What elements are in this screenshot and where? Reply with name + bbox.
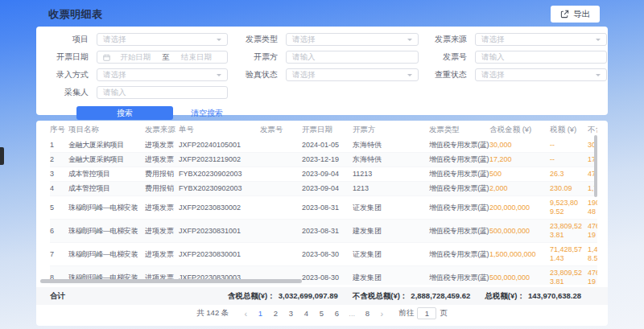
table-cell: 金融大厦采购项目 bbox=[68, 153, 145, 167]
table-cell: 4 bbox=[50, 182, 68, 196]
table-cell: 2023-08-31 bbox=[302, 196, 353, 220]
table-cell: 增值税专用发票(蓝) bbox=[429, 167, 489, 182]
table-cell: 进项发票 bbox=[145, 196, 179, 220]
filter-label-invoice-type: 发票类型 bbox=[236, 34, 278, 45]
table-cell: 费用报销 bbox=[145, 182, 179, 196]
invoice-source-select[interactable]: 请选择 bbox=[475, 33, 607, 46]
table-cell: 2023-08-30 bbox=[302, 243, 353, 266]
chevron-down-icon bbox=[596, 74, 601, 79]
table-row[interactable]: 4成本管控项目费用报销FYBX202309020032023-09-041213… bbox=[50, 182, 597, 196]
page-number[interactable]: 2 bbox=[270, 309, 281, 318]
table-cell: 成本管控项目 bbox=[68, 182, 145, 196]
table-cell: 26.3 bbox=[550, 167, 588, 182]
table-cell: 71,428,571.43 bbox=[550, 243, 588, 266]
table-cell bbox=[260, 220, 302, 243]
table-cell: 500,000,000 bbox=[489, 266, 550, 286]
page-number[interactable]: 8 bbox=[361, 309, 373, 318]
table-scroll-area: 序号 项目名称 发票来源 单号 发票号 开票日期 开票方 发票类型 含税金额 (… bbox=[36, 121, 597, 285]
table-cell: JXFP20231219002 bbox=[179, 153, 260, 167]
table-cell: 东海特供 bbox=[353, 138, 429, 153]
table-row[interactable]: 2金融大厦采购项目进项发票JXFP202312190022023-12-19东海… bbox=[50, 153, 597, 167]
collector-input[interactable]: 请输入 bbox=[97, 86, 228, 99]
dup-check-status-select[interactable]: 请选择 bbox=[475, 68, 607, 81]
sidebar-collapse-handle[interactable] bbox=[0, 147, 4, 165]
table-cell: 190,476,190.48 bbox=[588, 196, 597, 220]
table-row[interactable]: 3成本管控项目费用报销FYBX202309020032023-09-041121… bbox=[50, 167, 597, 182]
table-cell: 增值税专用发票(蓝) bbox=[429, 266, 489, 286]
table-cell: 珠穆朗玛峰—电梯安装 bbox=[68, 243, 145, 266]
topbar: 收票明细表 导出 bbox=[48, 6, 600, 23]
table-cell: 2023-12-19 bbox=[302, 153, 353, 167]
table-cell: 金融大厦采购项目 bbox=[68, 138, 145, 153]
table-cell: 1213 bbox=[353, 182, 429, 196]
filter-panel: 项目 请选择 发票类型 请选择 发票来源 请选择 开票日期 开始日期 至 结束日… bbox=[36, 27, 608, 115]
table-cell: 增值税专用发票(蓝) bbox=[429, 182, 489, 196]
total-count: 共 142 条 bbox=[196, 308, 229, 319]
table-cell bbox=[260, 182, 302, 196]
table-cell: 1,500,000,000 bbox=[489, 243, 550, 266]
table-cell: 进项发票 bbox=[145, 153, 179, 167]
goto-page-input[interactable] bbox=[417, 307, 436, 319]
next-page-button[interactable]: › bbox=[377, 309, 386, 319]
table-cell: 9,523,809.52 bbox=[550, 196, 588, 220]
col-header-invoice-no: 发票号 bbox=[260, 121, 302, 138]
table-cell: 费用报销 bbox=[145, 167, 179, 182]
invoice-no-input[interactable]: 请输入 bbox=[475, 51, 607, 64]
page-number[interactable]: 1 bbox=[254, 309, 266, 318]
search-button[interactable]: 搜索 bbox=[76, 106, 173, 120]
issuer-input[interactable]: 请输入 bbox=[286, 51, 419, 64]
table-cell: JXFP20240105001 bbox=[179, 138, 260, 153]
page-unit-label: 页 bbox=[440, 308, 448, 319]
page-number[interactable]: 5 bbox=[316, 309, 327, 318]
table-body: 1金融大厦采购项目进项发票JXFP202401050012024-01-05东海… bbox=[50, 138, 597, 285]
table-cell: 东海特供 bbox=[353, 153, 429, 167]
table-cell: -- bbox=[550, 138, 588, 153]
page-number[interactable]: 6 bbox=[331, 309, 342, 318]
table-cell: 1,428,571,428.57 bbox=[588, 243, 597, 266]
chevron-down-icon bbox=[407, 74, 412, 79]
date-end-placeholder: 结束日期 bbox=[171, 52, 221, 63]
table-row[interactable]: 6珠穆朗玛峰—电梯安装进项发票JXFP202308310012023-08-31… bbox=[50, 220, 597, 243]
chevron-down-icon bbox=[407, 39, 412, 43]
table-row[interactable]: 7珠穆朗玛峰—电梯安装进项发票JXFP202308300012023-08-30… bbox=[50, 243, 597, 266]
table-row[interactable]: 5珠穆朗玛峰—电梯安装进项发票JXFP202308300022023-08-31… bbox=[50, 196, 597, 220]
page-title: 收票明细表 bbox=[48, 7, 103, 22]
clear-search-link[interactable]: 清空搜索 bbox=[191, 108, 223, 119]
table-cell: 5 bbox=[50, 196, 68, 220]
export-button[interactable]: 导出 bbox=[551, 6, 600, 23]
col-header-tax: 税额 (¥) bbox=[550, 121, 588, 138]
date-start-placeholder: 开始日期 bbox=[110, 52, 160, 63]
table-cell: -- bbox=[550, 153, 588, 167]
chevron-down-icon bbox=[217, 39, 221, 43]
project-select[interactable]: 请选择 bbox=[97, 33, 228, 46]
invoice-type-select[interactable]: 请选择 bbox=[286, 33, 419, 46]
invoice-table: 序号 项目名称 发票来源 单号 发票号 开票日期 开票方 发票类型 含税金额 (… bbox=[50, 121, 597, 285]
table-cell: 476,190,476.19 bbox=[588, 266, 597, 286]
filter-label-entry-method: 录入方式 bbox=[50, 69, 89, 80]
verify-status-select[interactable]: 请选择 bbox=[286, 68, 419, 81]
total-amount-excl-tax: 不含税总额(¥)：2,888,728,459.62 bbox=[353, 291, 471, 302]
table-cell: 2024-01-05 bbox=[302, 138, 353, 153]
horizontal-scrollbar[interactable] bbox=[40, 279, 302, 283]
table-cell bbox=[260, 153, 302, 167]
page-number[interactable]: 4 bbox=[300, 309, 312, 318]
table-cell: 3 bbox=[50, 167, 68, 182]
table-cell: 500 bbox=[489, 167, 550, 182]
vertical-scrollbar[interactable] bbox=[594, 135, 597, 197]
calendar-icon bbox=[103, 54, 110, 61]
filter-label-invoice-source: 发票来源 bbox=[427, 34, 467, 45]
pagination: 共 142 条 ‹ 123456...8 › 前往 页 bbox=[36, 307, 608, 319]
entry-method-select[interactable]: 请选择 bbox=[97, 68, 228, 81]
table-cell: 6 bbox=[50, 220, 68, 243]
table-cell bbox=[260, 167, 302, 182]
table-row[interactable]: 1金融大厦采购项目进项发票JXFP202401050012024-01-05东海… bbox=[50, 138, 597, 153]
page-number[interactable]: 3 bbox=[285, 309, 296, 318]
prev-page-button[interactable]: ‹ bbox=[241, 309, 250, 319]
table-cell: 增值税专用发票(蓝) bbox=[429, 243, 489, 266]
table-cell: 建发集团 bbox=[353, 266, 429, 286]
invoice-date-range[interactable]: 开始日期 至 结束日期 bbox=[97, 51, 228, 64]
total-amount-incl-tax: 含税总额(¥)：3,032,699,097.89 bbox=[228, 291, 338, 302]
chevron-down-icon bbox=[596, 39, 601, 43]
table-cell: FYBX20230902003 bbox=[179, 167, 260, 182]
filter-label-dup-check-status: 查重状态 bbox=[427, 69, 467, 80]
